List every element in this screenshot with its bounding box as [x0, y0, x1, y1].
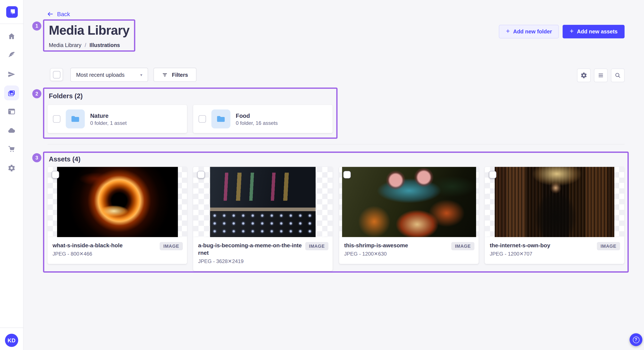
sidebar-item-marketplace[interactable] — [4, 142, 19, 157]
breadcrumb: Media Library / Illustrations — [49, 42, 120, 48]
asset-checkbox[interactable] — [197, 171, 205, 178]
asset-meta: JPEG - 3628✕2419 — [198, 258, 302, 264]
sidebar-item-releases[interactable] — [4, 67, 19, 82]
asset-checkbox[interactable] — [52, 171, 59, 178]
asset-thumbnail — [48, 167, 187, 237]
cloud-icon — [8, 126, 16, 135]
folder-name: Nature — [90, 112, 126, 119]
sidebar: KD — [0, 0, 24, 350]
annotation-badge-1: 1 — [32, 21, 41, 31]
folder-meta: 0 folder, 16 assets — [236, 120, 278, 126]
assets-heading: Assets (4) — [49, 156, 80, 163]
add-new-assets-button[interactable]: + Add new assets — [563, 25, 624, 38]
view-options — [577, 68, 624, 82]
asset-card[interactable]: a-bug-is-becoming-a-meme-on-the-internet… — [193, 167, 333, 271]
asset-type-badge: IMAGE — [160, 242, 183, 250]
feather-icon — [8, 51, 16, 59]
asset-image-laptop-code — [210, 167, 316, 237]
folder-icon — [216, 114, 226, 124]
asset-name: a-bug-is-becoming-a-meme-on-the-internet — [198, 242, 302, 257]
sidebar-item-media-library[interactable] — [4, 85, 19, 100]
grid-settings-button[interactable] — [577, 68, 591, 82]
folders-heading: Folders (2) — [49, 93, 83, 100]
gear-icon — [580, 72, 587, 79]
sidebar-item-content-type-builder[interactable] — [4, 104, 19, 119]
plus-icon: + — [570, 28, 574, 35]
list-view-button[interactable] — [594, 68, 608, 82]
add-new-folder-button[interactable]: + Add new folder — [499, 25, 559, 38]
folder-tile — [212, 110, 230, 128]
section-divider — [48, 144, 624, 145]
folder-checkbox[interactable] — [198, 115, 206, 123]
asset-name: what-s-inside-a-black-hole — [52, 242, 157, 249]
help-button[interactable]: ? — [630, 333, 642, 346]
asset-name: the-internet-s-own-boy — [490, 242, 594, 249]
search-button[interactable] — [611, 68, 624, 82]
breadcrumb-current: Illustrations — [90, 42, 120, 48]
folder-icon — [70, 114, 80, 124]
asset-checkbox[interactable] — [489, 171, 496, 178]
search-icon — [614, 72, 621, 79]
add-new-assets-label: Add new assets — [577, 28, 618, 35]
breadcrumb-parent[interactable]: Media Library — [49, 42, 81, 48]
filters-label: Filters — [172, 72, 188, 78]
asset-image-shrimp — [342, 167, 476, 237]
folders-annotation-box: Folders (2) Nature 0 folder, 1 asset F — [43, 88, 338, 139]
folder-meta: 0 folder, 1 asset — [90, 120, 126, 126]
user-avatar[interactable]: KD — [5, 334, 18, 347]
asset-checkbox[interactable] — [343, 171, 351, 178]
sort-select[interactable]: Most recent uploads ▾ — [70, 68, 148, 82]
media-library-icon — [8, 89, 16, 97]
folder-card-food[interactable]: Food 0 folder, 16 assets — [193, 105, 333, 133]
asset-card[interactable]: what-s-inside-a-black-hole JPEG - 800✕46… — [48, 167, 187, 264]
asset-meta: JPEG - 1200✕630 — [344, 251, 449, 257]
select-all-checkbox-button[interactable] — [50, 68, 63, 81]
filters-button[interactable]: Filters — [154, 68, 196, 82]
sidebar-item-content-manager[interactable] — [4, 47, 19, 62]
chevron-down-icon: ▾ — [140, 72, 142, 77]
folder-name: Food — [236, 112, 278, 119]
home-icon — [8, 32, 16, 40]
sidebar-item-deploy[interactable] — [4, 123, 19, 138]
asset-info: this-shrimp-is-awesome JPEG - 1200✕630 I… — [339, 237, 479, 264]
sort-select-value: Most recent uploads — [76, 72, 124, 78]
asset-card[interactable]: this-shrimp-is-awesome JPEG - 1200✕630 I… — [339, 167, 479, 264]
select-all-checkbox[interactable] — [53, 71, 60, 78]
app-root: KD Back 1 Media Library Media Library / … — [0, 0, 644, 350]
folder-card-nature[interactable]: Nature 0 folder, 1 asset — [48, 105, 187, 133]
sidebar-bottom-divider — [0, 328, 24, 328]
asset-image-library-boy — [495, 167, 614, 237]
sidebar-divider — [0, 24, 24, 24]
sidebar-item-settings[interactable] — [4, 161, 19, 176]
folder-tile — [66, 110, 85, 128]
strapi-logo[interactable] — [6, 6, 18, 18]
sidebar-item-home[interactable] — [4, 29, 19, 44]
paper-plane-icon — [8, 70, 16, 78]
asset-thumbnail — [339, 167, 479, 237]
strapi-logo-icon — [6, 6, 18, 18]
title-annotation-box: Media Library Media Library / Illustrati… — [43, 19, 135, 51]
asset-type-badge: IMAGE — [597, 242, 620, 250]
asset-info: the-internet-s-own-boy JPEG - 1200✕707 I… — [485, 237, 624, 264]
annotation-badge-2: 2 — [32, 89, 41, 98]
asset-type-badge: IMAGE — [305, 242, 328, 250]
asset-type-badge: IMAGE — [451, 242, 474, 250]
folder-checkbox[interactable] — [53, 115, 60, 123]
page-title: Media Library — [49, 23, 130, 38]
plus-icon: + — [506, 28, 510, 35]
asset-image-black-hole — [57, 167, 178, 237]
layout-icon — [8, 107, 16, 116]
asset-card[interactable]: the-internet-s-own-boy JPEG - 1200✕707 I… — [485, 167, 624, 264]
arrow-left-icon — [47, 11, 53, 17]
cart-icon — [8, 145, 16, 153]
gear-icon — [8, 164, 16, 172]
asset-info: what-s-inside-a-black-hole JPEG - 800✕46… — [48, 237, 187, 264]
asset-thumbnail — [485, 167, 624, 237]
folder-texts: Food 0 folder, 16 assets — [236, 112, 278, 126]
back-link[interactable]: Back — [47, 11, 70, 17]
asset-thumbnail — [193, 167, 333, 237]
asset-meta: JPEG - 1200✕707 — [490, 251, 594, 257]
breadcrumb-separator: / — [85, 42, 86, 48]
header-actions: + Add new folder + Add new assets — [499, 25, 624, 38]
list-icon — [597, 72, 604, 79]
